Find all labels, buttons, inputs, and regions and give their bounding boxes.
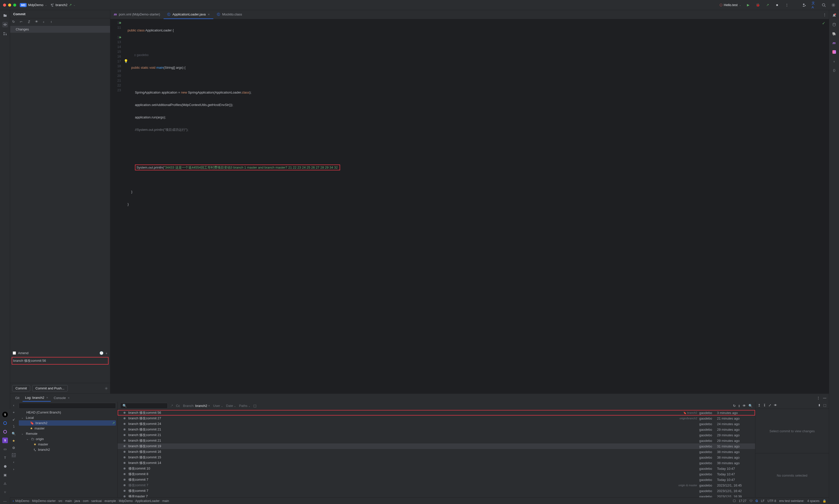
- close-icon[interactable]: ×: [46, 396, 48, 399]
- status-env[interactable]: env:test swimlane:: [779, 499, 804, 503]
- breadcrumb-item[interactable]: MdpDemo: [119, 499, 133, 503]
- commit-tool-icon[interactable]: [2, 22, 8, 28]
- tab-mockito[interactable]: Ⓒ Mockito.class: [213, 10, 246, 19]
- favorite-icon[interactable]: ★: [12, 439, 16, 444]
- branch-head[interactable]: HEAD (Current Branch): [19, 410, 116, 415]
- s-purple-icon[interactable]: S: [2, 437, 8, 443]
- log-row[interactable]: branch 修改commit 21gaodebo29 minutes ago: [118, 427, 755, 432]
- inspections-ok-icon[interactable]: ✓: [822, 21, 825, 25]
- circle-icon[interactable]: [2, 420, 8, 426]
- fetch-icon[interactable]: ⤵: [12, 425, 16, 429]
- build-rail-icon[interactable]: ⬣: [2, 464, 8, 469]
- commit-button[interactable]: Commit: [12, 385, 30, 392]
- log-row[interactable]: branch 修改commit 56branch2gaodebo3 minute…: [118, 410, 755, 415]
- gutter-line[interactable]: 11: [111, 25, 121, 30]
- prev-diff-icon[interactable]: ↥: [758, 403, 761, 407]
- branch-local-group[interactable]: ⌄ Local: [19, 415, 116, 420]
- log-row[interactable]: branch 修改commit 14gaodebo38 minutes ago: [118, 460, 755, 466]
- next-diff-icon[interactable]: ↧: [763, 403, 766, 407]
- gutter-line[interactable]: 22: [111, 83, 121, 88]
- git-tab-log[interactable]: Log: branch2 ×: [22, 394, 51, 401]
- ai-icon[interactable]: ⬨: [106, 351, 108, 355]
- commit-and-push-button[interactable]: Commit and Push...: [32, 385, 68, 392]
- log-row[interactable]: 修改commit 7origin & mastergaodebo2023/12/…: [118, 483, 755, 488]
- collapse-icon[interactable]: ⬍: [818, 403, 821, 407]
- filter-user[interactable]: User ⌄: [213, 404, 223, 408]
- commit-message-input[interactable]: branch 修改commit 56: [12, 357, 109, 364]
- close-icon[interactable]: ×: [68, 396, 70, 400]
- diff-icon[interactable]: ⮃: [28, 20, 32, 24]
- log-row[interactable]: branch 修改commit 21gaodebo29 minutes ago: [118, 432, 755, 438]
- refresh-icon[interactable]: ↻: [12, 20, 17, 24]
- eye-icon[interactable]: 👁: [743, 404, 746, 408]
- translate-button[interactable]: 文A: [811, 2, 817, 7]
- breadcrumb-item[interactable]: example: [105, 499, 116, 503]
- search-everywhere-button[interactable]: [821, 2, 826, 7]
- run-button[interactable]: ▶: [746, 2, 751, 7]
- gutter-line[interactable]: 14: [111, 44, 121, 49]
- run-with-coverage-button[interactable]: ↗: [765, 2, 770, 7]
- gutter-line[interactable]: 16: [111, 54, 121, 59]
- status-lf[interactable]: LF: [761, 499, 764, 503]
- log-row[interactable]: 修改commit 7gaodebo2023/12/1, 16:42: [118, 488, 755, 493]
- checkout-icon[interactable]: ↙: [12, 417, 16, 422]
- search-icon[interactable]: 🔍: [12, 432, 16, 436]
- refresh-icon[interactable]: ↻: [733, 404, 736, 408]
- gutter-line[interactable]: 23: [111, 88, 121, 92]
- show-diff-icon[interactable]: 👁: [35, 20, 39, 24]
- log-row[interactable]: branch 修改commit 27origin/branch2gaodebo2…: [118, 415, 755, 421]
- settings-icon[interactable]: ⚙: [12, 446, 16, 450]
- endpoints-icon[interactable]: ⟨⟩: [832, 68, 837, 73]
- collapse-icon[interactable]: ‹: [12, 403, 16, 408]
- filter-paths[interactable]: Paths ⌄: [239, 404, 250, 408]
- breadcrumb-item[interactable]: sankuai: [91, 499, 102, 503]
- more-actions-button[interactable]: ⋮: [784, 2, 789, 7]
- breadcrumb-item[interactable]: java: [75, 499, 80, 503]
- close-icon[interactable]: ⬚: [823, 403, 826, 407]
- filter-date[interactable]: Date ⌄: [226, 404, 236, 408]
- status-lock-icon[interactable]: 🔒: [822, 499, 826, 503]
- code-area[interactable]: public class ApplicationLoader { ± gaode…: [125, 19, 829, 394]
- branch-origin-master[interactable]: ★ master: [19, 442, 116, 447]
- tab-pom-xml[interactable]: m pom.xml (MdpDemo-starter): [110, 10, 164, 19]
- status-presentation-icon[interactable]: 🖵: [733, 499, 736, 503]
- branch-search-input[interactable]: [19, 403, 116, 409]
- log-row[interactable]: 修改commit 10gaodeboToday 10:47: [118, 466, 755, 471]
- git-panel-minimize-icon[interactable]: —: [823, 396, 826, 400]
- log-row[interactable]: branch 修改commit 16gaodebo38 minutes ago: [118, 449, 755, 454]
- text-rail-icon[interactable]: T: [2, 455, 8, 461]
- breadcrumb-item[interactable]: MdpDemo-starter: [32, 499, 56, 503]
- s-badge-icon[interactable]: S: [2, 412, 8, 417]
- breadcrumb-item[interactable]: com: [83, 499, 89, 503]
- branch-origin-group[interactable]: ⌄ 🗀 origin: [19, 436, 116, 442]
- breadcrumb-item[interactable]: MdpDemo: [15, 499, 29, 503]
- branch-origin-branch2[interactable]: branch2: [19, 447, 116, 452]
- coverage-icon[interactable]: ⬨: [832, 58, 837, 64]
- branch-local-master[interactable]: ★ master: [19, 426, 116, 431]
- debug-button[interactable]: 🐞: [755, 2, 761, 7]
- expand-icon[interactable]: ⛶: [12, 453, 16, 457]
- status-shield-icon[interactable]: 🛡: [749, 499, 752, 503]
- filter-branch[interactable]: Branch: branch2 ×: [183, 404, 210, 408]
- gutter-line[interactable]: 15: [111, 49, 121, 54]
- breadcrumb-item[interactable]: main: [65, 499, 72, 503]
- gutter-line[interactable]: 13: [111, 39, 121, 44]
- gutter-line[interactable]: 18: [111, 64, 121, 69]
- vcs-rail-icon[interactable]: ⑂: [2, 489, 8, 495]
- more-tools-icon[interactable]: ⋯: [2, 499, 8, 504]
- expand-icon[interactable]: ⤢: [768, 403, 771, 407]
- add-icon[interactable]: +: [12, 411, 16, 415]
- breadcrumb-item[interactable]: src: [58, 499, 63, 503]
- close-icon[interactable]: ×: [208, 13, 210, 17]
- pull-requests-icon[interactable]: [2, 31, 8, 36]
- maven-icon[interactable]: m: [832, 40, 837, 46]
- gutter-line[interactable]: 20: [111, 73, 121, 78]
- project-tool-icon[interactable]: [2, 13, 8, 18]
- ai-assistant-icon[interactable]: [832, 49, 837, 55]
- bulb-icon[interactable]: 💡: [124, 59, 128, 64]
- run-config-selector[interactable]: ⬡ Hello.test ⌄: [719, 3, 741, 7]
- database-icon[interactable]: [832, 22, 837, 28]
- git-tab-console[interactable]: Console ×: [51, 395, 72, 401]
- editor-more-icon[interactable]: ⋮: [823, 13, 826, 17]
- status-google-icon[interactable]: G: [755, 499, 758, 503]
